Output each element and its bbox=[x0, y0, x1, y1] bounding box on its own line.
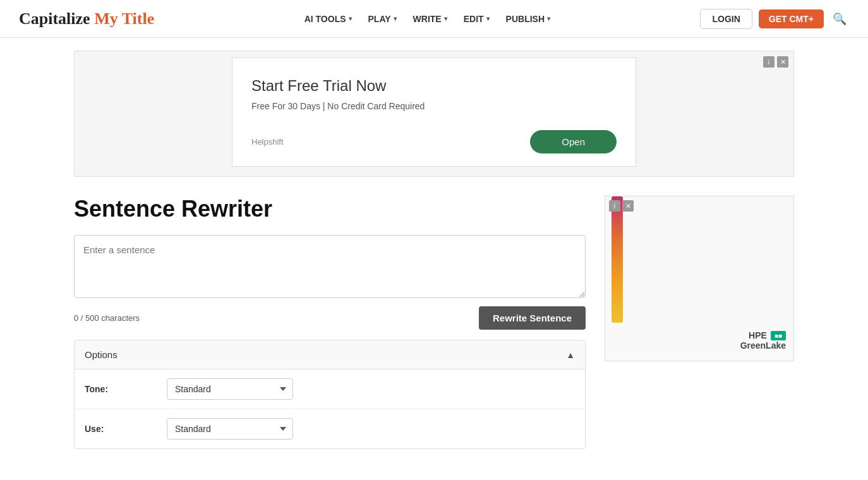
nav-label-publish: PUBLISH bbox=[506, 14, 545, 24]
ad-open-button[interactable]: Open bbox=[530, 130, 617, 153]
chevron-down-icon: ▾ bbox=[349, 15, 352, 22]
nav-item-play[interactable]: PLAY ▾ bbox=[362, 10, 403, 28]
chevron-down-icon: ▾ bbox=[486, 15, 490, 22]
use-row: Use: Standard Academic Business Simple bbox=[75, 409, 585, 448]
logo: Capitalize My Title bbox=[19, 9, 154, 28]
nav-label-ai-tools: AI TOOLS bbox=[304, 14, 346, 24]
logo-part1: Capitalize bbox=[19, 9, 94, 28]
ad-brand: Helpshift bbox=[251, 137, 284, 147]
chevron-down-icon: ▾ bbox=[547, 15, 550, 22]
ad-info-button[interactable]: i bbox=[763, 56, 775, 68]
logo-part2: My Title bbox=[94, 9, 154, 28]
ad-inner: Start Free Trial Now Free For 30 Days | … bbox=[232, 57, 636, 167]
sidebar-ad-controls: i ✕ bbox=[609, 200, 634, 212]
options-label: Options bbox=[85, 349, 118, 360]
hpe-badge: ■■ bbox=[771, 331, 786, 340]
main-nav: AI TOOLS ▾ PLAY ▾ WRITE ▾ EDIT ▾ PUBLISH… bbox=[298, 10, 557, 28]
options-header[interactable]: Options ▲ bbox=[75, 340, 585, 369]
nav-item-ai-tools[interactable]: AI TOOLS ▾ bbox=[298, 10, 358, 28]
options-body: Tone: Standard Formal Casual Persuasive … bbox=[75, 369, 585, 448]
chevron-down-icon: ▾ bbox=[394, 15, 397, 22]
rewrite-sentence-button[interactable]: Rewrite Sentence bbox=[479, 306, 586, 330]
ad-banner: i ✕ Start Free Trial Now Free For 30 Day… bbox=[74, 51, 794, 177]
nav-item-write[interactable]: WRITE ▾ bbox=[407, 10, 454, 28]
main-container: i ✕ Start Free Trial Now Free For 30 Day… bbox=[55, 38, 813, 462]
greenlake-label: GreenLake bbox=[605, 340, 786, 351]
nav-item-publish[interactable]: PUBLISH ▾ bbox=[500, 10, 557, 28]
tone-select[interactable]: Standard Formal Casual Persuasive Creati… bbox=[167, 378, 293, 400]
tone-label: Tone: bbox=[85, 384, 167, 394]
char-count: 0 / 500 characters bbox=[74, 313, 140, 323]
chevron-down-icon: ▾ bbox=[444, 15, 447, 22]
search-button[interactable]: 🔍 bbox=[830, 9, 849, 28]
nav-label-edit: EDIT bbox=[464, 14, 484, 24]
tone-row: Tone: Standard Formal Casual Persuasive … bbox=[75, 369, 585, 409]
search-icon: 🔍 bbox=[833, 13, 847, 25]
ad-close-button[interactable]: ✕ bbox=[777, 56, 788, 68]
sidebar-ad-close-button[interactable]: ✕ bbox=[622, 200, 634, 212]
main-tool: Sentence Rewriter 0 / 500 characters Rew… bbox=[74, 196, 586, 449]
login-button[interactable]: LOGIN bbox=[700, 9, 752, 29]
sidebar-ad: i ✕ HPE ■■ GreenLake bbox=[605, 196, 794, 361]
chevron-up-icon: ▲ bbox=[566, 350, 575, 360]
ad-controls: i ✕ bbox=[763, 56, 788, 68]
sidebar-ad-info-button[interactable]: i bbox=[609, 200, 620, 212]
get-cmt-button[interactable]: GET CMT+ bbox=[759, 9, 824, 28]
nav-item-edit[interactable]: EDIT ▾ bbox=[457, 10, 496, 28]
sentence-input[interactable] bbox=[74, 235, 586, 298]
char-count-row: 0 / 500 characters Rewrite Sentence bbox=[74, 306, 586, 330]
nav-label-play: PLAY bbox=[368, 14, 391, 24]
header-actions: LOGIN GET CMT+ 🔍 bbox=[700, 9, 849, 29]
use-select[interactable]: Standard Academic Business Simple bbox=[167, 418, 293, 440]
tool-title: Sentence Rewriter bbox=[74, 196, 586, 222]
hpe-label: HPE bbox=[749, 330, 767, 340]
sidebar-ad-brand: HPE ■■ GreenLake bbox=[605, 330, 793, 351]
use-label: Use: bbox=[85, 424, 167, 434]
ad-subtitle: Free For 30 Days | No Credit Card Requir… bbox=[251, 101, 617, 111]
ad-title: Start Free Trial Now bbox=[251, 77, 617, 95]
options-panel: Options ▲ Tone: Standard Formal Casual P… bbox=[74, 340, 586, 449]
ad-gradient-graphic bbox=[612, 196, 623, 323]
sidebar-ad-box: i ✕ HPE ■■ GreenLake bbox=[605, 196, 794, 361]
nav-label-write: WRITE bbox=[413, 14, 442, 24]
ad-footer: Helpshift Open bbox=[251, 130, 617, 153]
header: Capitalize My Title AI TOOLS ▾ PLAY ▾ WR… bbox=[0, 0, 868, 38]
content-area: Sentence Rewriter 0 / 500 characters Rew… bbox=[74, 196, 794, 449]
